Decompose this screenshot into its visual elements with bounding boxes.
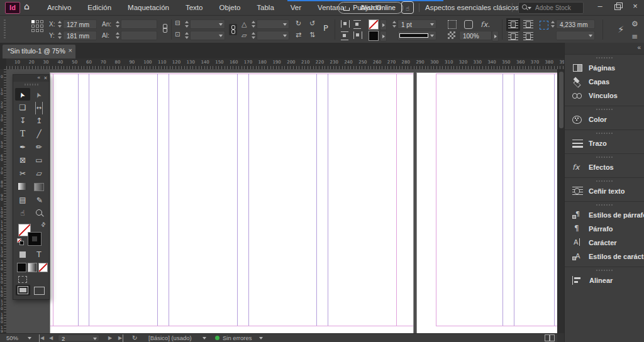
horizontal-ruler[interactable]: 1020304050607080901001101201301401501601… (6, 58, 564, 70)
content-placer-tool[interactable]: ↥ (31, 114, 47, 127)
scissors-tool[interactable]: ✂ (15, 167, 30, 180)
flip-vertical-icon[interactable]: ⇅ (309, 31, 315, 39)
constrain-scale-icon[interactable] (229, 24, 237, 35)
chevron-down-icon[interactable] (259, 337, 263, 339)
type-tool[interactable]: T (15, 128, 30, 140)
search-input[interactable]: Adobe Stock (518, 2, 584, 14)
flip-horizontal-icon[interactable]: ⇄ (296, 31, 301, 39)
zoom-level[interactable]: 50% (6, 334, 18, 342)
corner-options-icon[interactable] (448, 20, 457, 29)
screen-mode-preview-button[interactable] (34, 287, 45, 295)
share-button[interactable]: ☝ (401, 1, 414, 14)
panel-menu-icon[interactable]: ≡ (631, 32, 638, 41)
wrap-object-shape-icon[interactable] (508, 32, 518, 41)
height-field[interactable] (121, 31, 157, 40)
distribute-icon[interactable] (353, 31, 362, 39)
panel-button-caracter[interactable]: Carácter (565, 236, 644, 250)
swap-fill-stroke-icon[interactable]: ⇄ (40, 221, 47, 228)
page-left[interactable] (50, 73, 413, 333)
distribute-icon[interactable] (341, 20, 350, 28)
opacity-field[interactable]: 100% (459, 31, 492, 40)
panel-grip[interactable] (25, 84, 38, 86)
apply-color-button[interactable] (17, 263, 26, 272)
chevron-down-icon[interactable] (219, 35, 223, 37)
panel-button-efectos[interactable]: fx Efectos (565, 160, 644, 174)
go-back-icon[interactable]: ↺ (132, 334, 137, 342)
preflight-status[interactable]: Sin errores (223, 334, 252, 342)
distribute-icon[interactable] (341, 31, 348, 40)
panel-button-alinear[interactable]: Alinear (565, 273, 644, 287)
eyedropper-tool[interactable]: ✐ (31, 194, 47, 206)
chevron-down-icon[interactable] (430, 35, 434, 37)
chevron-down-icon[interactable] (430, 23, 434, 26)
formatting-affects-text[interactable]: T (31, 248, 47, 261)
rotation-stepper[interactable] (250, 19, 256, 29)
wrap-offset-stepper[interactable] (550, 19, 555, 29)
window-restore-button[interactable] (609, 0, 626, 14)
rotate-ccw-icon[interactable]: ↺ (309, 19, 315, 28)
home-icon[interactable]: ⌂ (24, 1, 30, 11)
constrain-proportions-icon[interactable] (162, 24, 167, 33)
page-tool[interactable]: ❏ (15, 101, 30, 114)
chevron-down-icon[interactable] (283, 35, 287, 37)
fill-expand-button[interactable] (380, 19, 387, 30)
publish-online-button[interactable]: Publish Online (338, 2, 403, 14)
menu-objeto[interactable]: Objeto (211, 0, 248, 15)
panel-button-capas[interactable]: Capas (565, 75, 644, 89)
previous-page-button[interactable]: ◀ (49, 334, 53, 342)
panel-button-paginas[interactable]: Páginas (565, 61, 644, 75)
width-field[interactable] (121, 19, 157, 29)
chevron-down-icon[interactable] (283, 23, 287, 26)
chevron-down-icon[interactable] (28, 337, 31, 339)
stroke-swatch[interactable] (28, 233, 41, 245)
menu-ver[interactable]: Ver (282, 0, 309, 15)
pen-tool[interactable]: ✒ (15, 141, 30, 153)
hand-tool[interactable]: ☝ (15, 207, 30, 219)
scale-x-stepper[interactable] (184, 19, 189, 29)
chevron-down-icon[interactable] (93, 338, 97, 340)
document-tab[interactable]: *Sin título-1 @ 75% × (3, 45, 75, 58)
panel-button-parrafo[interactable]: Párrafo (565, 222, 644, 236)
jump-object-icon[interactable] (523, 32, 533, 41)
collapse-icon[interactable]: « (637, 44, 641, 51)
menu-maquetacion[interactable]: Maquetación (119, 0, 177, 15)
no-text-wrap-icon[interactable] (508, 20, 518, 29)
y-field[interactable]: 181 mm (63, 31, 97, 40)
wrap-bounding-box-icon[interactable] (523, 20, 533, 29)
scrollbar-thumb[interactable] (559, 72, 564, 128)
tab-close-icon[interactable]: × (69, 47, 72, 54)
spread-view-icon[interactable] (545, 334, 555, 341)
formatting-affects-container[interactable] (15, 248, 30, 261)
scale-y-stepper[interactable] (184, 31, 189, 40)
document-canvas[interactable] (6, 69, 557, 333)
panel-button-estilos-parrafo[interactable]: Estilos de párrafo (565, 208, 644, 222)
distribute-icon[interactable] (353, 20, 361, 29)
dock-header[interactable]: « (565, 43, 644, 54)
panel-grip[interactable] (4, 19, 6, 38)
page-right[interactable] (417, 73, 557, 333)
stroke-color-swatch[interactable] (369, 31, 379, 41)
quick-actions-icon[interactable]: ⚡ (618, 24, 625, 35)
rotate-cw-icon[interactable]: ↻ (296, 19, 301, 28)
fill-color-swatch[interactable] (369, 19, 379, 30)
close-icon[interactable]: × (44, 75, 47, 81)
width-stepper[interactable] (114, 19, 120, 29)
tools-panel-header[interactable]: « × (13, 75, 49, 82)
screen-mode-normal-button[interactable] (16, 285, 30, 295)
stroke-expand-button[interactable] (380, 31, 387, 41)
chevron-down-icon[interactable] (219, 23, 223, 26)
menu-tabla[interactable]: Tabla (248, 0, 282, 15)
master-page-indicator[interactable]: [Básico] (usado) (148, 334, 192, 342)
panel-button-cenir-texto[interactable]: Ceñir texto (565, 184, 644, 198)
selection-tool[interactable]: ➤ (15, 88, 30, 101)
x-stepper[interactable] (57, 19, 62, 29)
corner-shape-icon[interactable] (464, 20, 473, 29)
zoom-tool[interactable] (31, 207, 47, 219)
opacity-expand-button[interactable] (492, 31, 499, 41)
last-page-button[interactable]: ▶ (118, 334, 123, 342)
chevron-down-icon[interactable] (203, 337, 206, 339)
free-transform-tool[interactable]: ▱ (31, 167, 47, 180)
rectangle-frame-tool[interactable]: ⊠ (15, 154, 30, 167)
collapse-icon[interactable]: « (38, 75, 40, 80)
gradient-feather-tool[interactable] (31, 180, 47, 193)
